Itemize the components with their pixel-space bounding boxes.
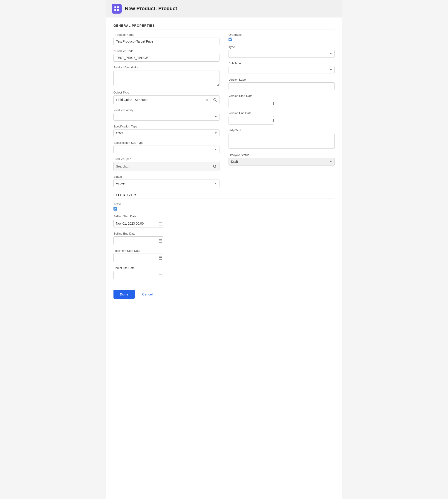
fulfilment-start-date-calendar-icon[interactable]: [158, 254, 163, 262]
type-label: Type: [228, 45, 335, 49]
fulfilment-start-date-wrapper: [113, 254, 163, 262]
svg-point-6: [213, 165, 216, 168]
effectivity-active-checkbox[interactable]: [113, 207, 117, 211]
product-family-label: Product Family: [113, 109, 220, 112]
end-of-life-date-wrapper: [113, 271, 163, 279]
specification-sub-type-select-wrapper: ▼: [113, 146, 220, 153]
effectivity-active-checkbox-wrapper: [113, 207, 335, 211]
effectivity-active-label: Active: [113, 203, 335, 206]
svg-rect-0: [114, 6, 116, 8]
product-icon: [112, 4, 122, 14]
product-family-select[interactable]: [113, 113, 220, 121]
sub-type-label: Sub Type: [228, 62, 335, 65]
product-family-select-wrapper: ▼: [113, 113, 220, 121]
product-code-input[interactable]: [113, 54, 220, 62]
end-of-life-date-input[interactable]: [114, 271, 158, 279]
svg-line-5: [216, 101, 217, 101]
fulfilment-start-date-label: Fulfilment Start Date: [113, 249, 335, 252]
action-buttons: Done Cancel: [113, 290, 335, 299]
status-select[interactable]: Active Inactive: [113, 180, 220, 187]
specification-sub-type-label: Specification Sub Type: [113, 141, 220, 144]
version-start-date-calendar-icon[interactable]: [273, 99, 274, 107]
product-code-group: Product Code: [113, 49, 220, 62]
version-start-date-label: Version Start Date: [228, 94, 335, 98]
product-family-group: Product Family ▼: [113, 109, 220, 121]
object-type-label: Object Type: [113, 91, 220, 94]
fulfilment-start-date-input[interactable]: [114, 254, 158, 262]
selling-start-date-calendar-icon[interactable]: [158, 219, 163, 228]
product-description-group: Product Description: [113, 66, 220, 87]
product-spec-group: Product Spec: [113, 157, 220, 171]
general-properties-title: GENERAL PROPERTIES: [113, 24, 335, 30]
object-type-clear-icon[interactable]: ⊗: [204, 97, 210, 103]
orderable-checkbox[interactable]: [228, 38, 232, 41]
status-group: Status Active Inactive ▼: [113, 175, 220, 187]
product-name-input[interactable]: [113, 38, 220, 45]
end-of-life-date-group: End of Life Date: [113, 266, 335, 279]
end-of-life-date-calendar-icon[interactable]: [158, 271, 163, 279]
sub-type-select[interactable]: [228, 66, 335, 74]
product-spec-label: Product Spec: [113, 157, 220, 161]
product-code-label: Product Code: [113, 49, 220, 53]
svg-rect-28: [159, 274, 162, 277]
svg-point-4: [214, 98, 216, 101]
version-end-date-group: Version End Date: [228, 111, 335, 125]
lifecycle-status-select-wrapper: Draft Active Retired ▼: [228, 158, 335, 166]
svg-rect-12: [273, 119, 274, 122]
product-description-label: Product Description: [113, 66, 220, 69]
cancel-button[interactable]: Cancel: [138, 290, 158, 299]
specification-sub-type-select[interactable]: [113, 146, 220, 153]
done-button[interactable]: Done: [113, 290, 135, 299]
page-title: New Product: Product: [125, 6, 177, 12]
version-end-date-label: Version End Date: [228, 111, 335, 115]
object-type-search-icon[interactable]: [210, 95, 219, 104]
sub-type-group: Sub Type ▼: [228, 62, 335, 74]
selling-start-date-input[interactable]: [114, 220, 158, 227]
svg-rect-1: [117, 6, 119, 8]
svg-rect-24: [159, 257, 162, 259]
product-name-label: Product Name: [113, 33, 220, 36]
specification-type-select[interactable]: Offer: [113, 129, 220, 137]
selling-end-date-calendar-icon[interactable]: [158, 237, 163, 245]
lifecycle-status-label: Lifecycle Status: [228, 153, 335, 157]
help-text-input[interactable]: [228, 133, 335, 149]
version-end-date-wrapper: [228, 116, 274, 125]
product-name-group: Product Name: [113, 33, 220, 45]
specification-type-label: Specification Type: [113, 125, 220, 128]
product-description-input[interactable]: [113, 70, 220, 86]
svg-rect-20: [159, 239, 162, 242]
product-spec-input[interactable]: [114, 163, 210, 170]
svg-rect-2: [114, 9, 116, 11]
selling-end-date-wrapper: [113, 236, 163, 245]
product-spec-wrapper: [113, 162, 220, 171]
selling-end-date-input[interactable]: [114, 237, 158, 244]
selling-start-date-group: Selling Start Date: [113, 215, 335, 228]
svg-line-7: [215, 167, 216, 168]
object-type-wrapper: ⊗: [113, 95, 220, 104]
orderable-group: Orderable: [228, 33, 335, 41]
version-end-date-calendar-icon[interactable]: [273, 116, 274, 124]
type-select[interactable]: [228, 50, 335, 58]
version-start-date-wrapper: [228, 99, 274, 107]
version-label-input[interactable]: [228, 82, 335, 90]
selling-end-date-label: Selling End Date: [113, 232, 335, 235]
version-end-date-input[interactable]: [229, 117, 273, 124]
product-spec-search-icon[interactable]: [210, 162, 219, 171]
specification-type-select-wrapper: Offer ▼: [113, 129, 220, 137]
lifecycle-status-select[interactable]: Draft Active Retired: [228, 158, 335, 166]
version-start-date-group: Version Start Date: [228, 94, 335, 107]
svg-rect-16: [159, 222, 162, 225]
end-of-life-date-label: End of Life Date: [113, 266, 335, 270]
effectivity-active-group: Active: [113, 203, 335, 211]
effectivity-title: EFFECTIVITY: [113, 193, 335, 199]
lifecycle-status-group: Lifecycle Status Draft Active Retired ▼: [228, 153, 335, 166]
selling-start-date-wrapper: [113, 219, 163, 228]
version-label-label: Version Label: [228, 78, 335, 81]
type-select-wrapper: ▼: [228, 50, 335, 58]
object-type-input[interactable]: [114, 96, 204, 104]
specification-sub-type-group: Specification Sub Type ▼: [113, 141, 220, 153]
version-label-group: Version Label: [228, 78, 335, 90]
version-start-date-input[interactable]: [229, 99, 273, 107]
selling-start-date-label: Selling Start Date: [113, 215, 335, 218]
help-text-group: Help Text: [228, 129, 335, 149]
